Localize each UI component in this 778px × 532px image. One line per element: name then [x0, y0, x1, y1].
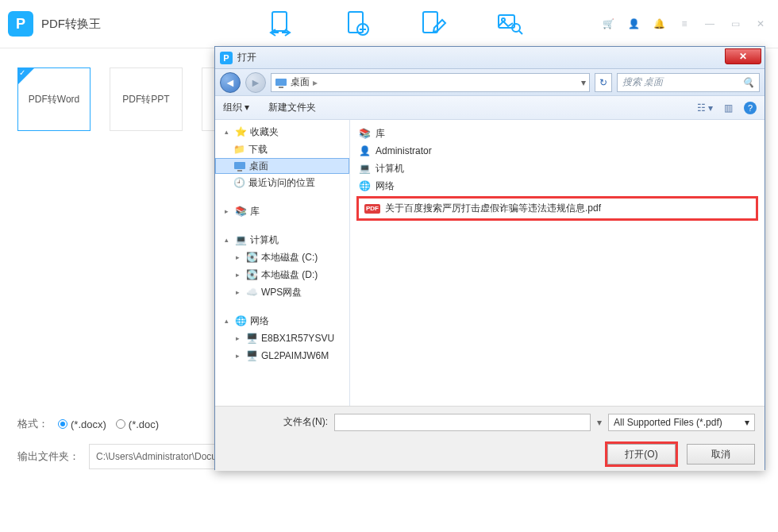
file-label: 网络: [376, 179, 395, 193]
minimize-icon[interactable]: —: [703, 17, 716, 30]
cart-icon[interactable]: 🛒: [602, 17, 614, 30]
toolbar-convert-icon[interactable]: [262, 5, 298, 41]
preview-pane-button[interactable]: ▥: [724, 102, 733, 114]
filename-input[interactable]: [334, 414, 591, 431]
recent-icon: 🕘: [233, 176, 245, 189]
radio-doc[interactable]: (*.doc): [116, 418, 159, 430]
tree-label: 本地磁盘 (D:): [261, 268, 318, 282]
dialog-body: ▴⭐ 收藏夹 📁 下载 桌面 🕘 最近访问的位置 ▸📚 库: [215, 120, 765, 406]
tree-label: GL2PAIMJW6M: [261, 350, 329, 361]
toolbar-add-icon[interactable]: [338, 5, 375, 41]
tree-downloads[interactable]: 📁 下载: [215, 141, 349, 158]
file-label: 关于百度搜索严厉打击虚假诈骗等违法违规信息.pdf: [385, 202, 601, 215]
dialog-close-button[interactable]: ✕: [725, 48, 761, 64]
drive-icon: 💽: [245, 268, 258, 281]
crumb-text: 桌面: [291, 75, 310, 89]
file-label: 库: [376, 127, 385, 141]
user-icon[interactable]: 👤: [627, 17, 640, 30]
bell-icon[interactable]: 🔔: [653, 17, 665, 30]
radio-docx[interactable]: (*.docx): [58, 418, 106, 430]
network-icon: 🌐: [234, 314, 247, 327]
app-title: PDF转换王: [41, 17, 101, 32]
nav-back-button[interactable]: ◄: [220, 72, 241, 93]
tree-desktop[interactable]: 桌面: [215, 158, 349, 174]
network-icon: 🌐: [358, 179, 371, 192]
filename-dropdown-icon[interactable]: ▾: [597, 417, 602, 428]
filter-text: All Supported Files (*.pdf): [614, 417, 722, 428]
open-button-label: 打开(O): [625, 448, 657, 461]
tree-network-node2[interactable]: ▸🖥️ GL2PAIMJW6M: [215, 347, 349, 364]
drive-icon: 💽: [245, 251, 258, 264]
libraries-icon: 📚: [358, 127, 371, 140]
open-button[interactable]: 打开(O): [607, 444, 676, 465]
tree-libraries[interactable]: ▸📚 库: [215, 202, 349, 220]
card-pdf-to-ppt[interactable]: PDF转PPT: [110, 67, 183, 131]
list-item[interactable]: 👤 Administrator: [350, 142, 765, 160]
filetype-filter[interactable]: All Supported Files (*.pdf) ▾: [608, 414, 755, 431]
view-mode-button[interactable]: ☷ ▾: [697, 102, 713, 114]
app-logo: P: [8, 11, 33, 37]
radio-label: (*.doc): [129, 418, 159, 430]
tree-label: 网络: [250, 314, 269, 328]
cancel-button[interactable]: 取消: [687, 444, 755, 465]
list-item[interactable]: 💻 计算机: [350, 160, 765, 177]
app-header: P PDF转换王 🛒 👤 🔔 ≡ — ▭ ✕: [0, 0, 778, 48]
new-folder-button[interactable]: 新建文件夹: [268, 101, 316, 114]
nav-tree: ▴⭐ 收藏夹 📁 下载 桌面 🕘 最近访问的位置 ▸📚 库: [215, 120, 350, 406]
folder-icon: 📁: [233, 143, 245, 156]
file-label: Administrator: [376, 145, 432, 156]
nav-forward-button[interactable]: ►: [245, 72, 266, 93]
help-button[interactable]: ?: [744, 102, 757, 114]
tree-label: 本地磁盘 (C:): [261, 251, 318, 264]
search-input[interactable]: 搜索 桌面 🔍: [617, 73, 760, 92]
file-label: 计算机: [376, 162, 404, 175]
file-list: 📚 库 👤 Administrator 💻 计算机 🌐 网络 PDF 关于百度搜…: [350, 120, 765, 406]
tree-label: 最近访问的位置: [248, 176, 315, 190]
tree-label: 计算机: [250, 233, 279, 247]
tree-wps[interactable]: ▸☁️ WPS网盘: [215, 283, 349, 301]
pc-icon: 🖥️: [245, 349, 258, 362]
svg-rect-9: [234, 162, 245, 169]
dialog-app-icon: P: [220, 52, 233, 64]
tree-network[interactable]: ▴🌐 网络: [215, 312, 349, 330]
desktop-icon: [275, 76, 287, 89]
tree-recent[interactable]: 🕘 最近访问的位置: [215, 174, 349, 191]
svg-rect-8: [279, 87, 283, 88]
list-item-highlighted[interactable]: PDF 关于百度搜索严厉打击虚假诈骗等违法违规信息.pdf: [356, 196, 758, 221]
tree-network-node1[interactable]: ▸🖥️ E8BX1R57YSVU: [215, 330, 349, 347]
organize-menu[interactable]: 组织 ▾: [223, 101, 249, 114]
list-item[interactable]: 🌐 网络: [350, 177, 765, 195]
card-label: PDF转PPT: [122, 93, 169, 106]
tree-label: 下载: [248, 143, 268, 156]
dialog-filename-row: 文件名(N): ▾ All Supported Files (*.pdf) ▾: [215, 406, 765, 438]
crumb-sep: ▸: [313, 77, 318, 88]
star-icon: ⭐: [234, 125, 247, 138]
tree-disk-c[interactable]: ▸💽 本地磁盘 (C:): [215, 249, 349, 266]
pdf-icon: PDF: [364, 204, 380, 214]
crumb-dropdown-icon[interactable]: ▾: [581, 77, 586, 88]
file-open-dialog: P 打开 ✕ ◄ ► 桌面 ▸ ▾ ↻ 搜索 桌面 🔍 组织 ▾ 新建文件夹 ☷…: [214, 46, 765, 470]
computer-icon: 💻: [234, 233, 247, 246]
dialog-toolbar: 组织 ▾ 新建文件夹 ☷ ▾ ▥ ?: [215, 96, 765, 120]
toolbar-edit-icon[interactable]: [414, 5, 451, 41]
breadcrumb[interactable]: 桌面 ▸ ▾: [271, 73, 590, 92]
toolbar-image-icon[interactable]: [491, 5, 527, 41]
filename-label: 文件名(N):: [225, 415, 328, 429]
close-icon[interactable]: ✕: [754, 17, 767, 30]
svg-rect-3: [423, 12, 437, 33]
card-pdf-to-word[interactable]: PDF转Word: [17, 67, 91, 131]
maximize-icon[interactable]: ▭: [729, 17, 741, 30]
dialog-titlebar[interactable]: P 打开 ✕: [215, 47, 765, 69]
format-label: 格式：: [17, 417, 48, 431]
tree-favorites[interactable]: ▴⭐ 收藏夹: [215, 123, 349, 141]
refresh-button[interactable]: ↻: [595, 73, 612, 92]
tree-computer[interactable]: ▴💻 计算机: [215, 231, 349, 249]
menu-icon[interactable]: ≡: [678, 17, 691, 30]
search-icon: 🔍: [742, 77, 754, 88]
list-item[interactable]: 📚 库: [350, 125, 765, 142]
svg-rect-10: [237, 170, 242, 172]
cancel-button-label: 取消: [711, 448, 730, 461]
user-folder-icon: 👤: [358, 145, 371, 157]
tree-disk-d[interactable]: ▸💽 本地磁盘 (D:): [215, 266, 349, 283]
output-label: 输出文件夹：: [17, 449, 79, 464]
